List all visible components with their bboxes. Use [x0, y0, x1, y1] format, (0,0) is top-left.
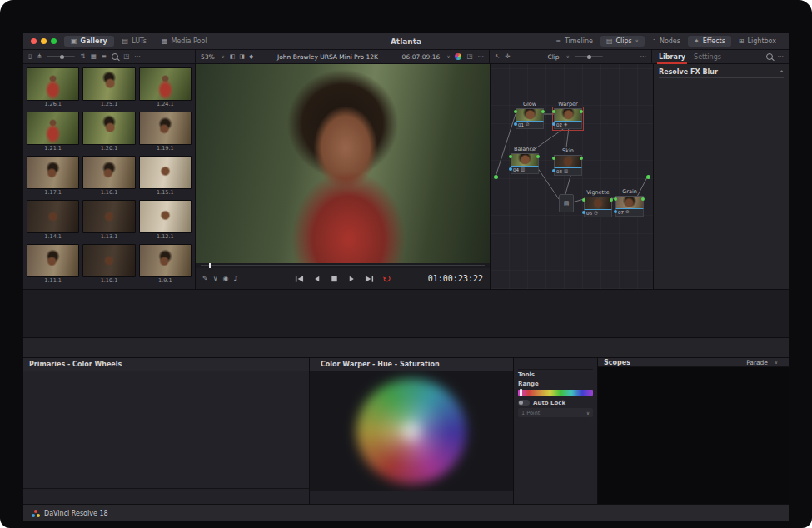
- tab-gallery[interactable]: ▣Gallery: [64, 36, 114, 47]
- node-key-dot[interactable]: [552, 122, 555, 126]
- thumb-size-slider[interactable]: [47, 56, 75, 57]
- node-io-dot[interactable]: [514, 110, 517, 113]
- gallery-still[interactable]: 1.13.1: [82, 200, 135, 241]
- zoom-window-button[interactable]: [51, 38, 57, 44]
- node-graph-panel[interactable]: Glow01⊘Warper02◈Balance04▥Skin03▥Vignett…: [491, 64, 654, 289]
- node-key-dot[interactable]: [552, 169, 555, 172]
- node-io-dot[interactable]: [610, 198, 613, 202]
- search-icon[interactable]: [112, 53, 118, 60]
- viewer-more-icon[interactable]: ⋯: [478, 53, 485, 60]
- stills-view-icon[interactable]: ▯: [28, 53, 32, 60]
- node-io-dot[interactable]: [536, 155, 540, 158]
- node-warper[interactable]: Warper02◈: [554, 101, 582, 129]
- node-glow[interactable]: Glow01⊘: [516, 101, 544, 129]
- album-tree-icon[interactable]: ⋔: [37, 53, 42, 60]
- gallery-still[interactable]: 1.10.1: [82, 244, 135, 285]
- node-skin[interactable]: Skin03▥: [554, 147, 582, 176]
- close-window-button[interactable]: [31, 38, 37, 44]
- node-vignette[interactable]: Vignette06◔: [584, 189, 612, 217]
- wipe-still-icon[interactable]: ◧: [230, 54, 236, 60]
- gallery-still[interactable]: 1.17.1: [27, 156, 79, 197]
- node-key-dot[interactable]: [582, 211, 585, 214]
- warper-mesh[interactable]: [345, 371, 478, 491]
- tab-library[interactable]: Library: [657, 52, 687, 62]
- lightbox-button[interactable]: ⊞Lightbox: [733, 36, 782, 47]
- node-key-dot[interactable]: [509, 167, 512, 171]
- node-zoom-slider[interactable]: [575, 56, 603, 57]
- play-button[interactable]: [347, 275, 356, 283]
- hand-tool-icon[interactable]: ✛: [505, 53, 510, 60]
- viewer-zoom-level[interactable]: 53%: [201, 53, 215, 61]
- viewer-source-timecode[interactable]: 06:07:09:16: [402, 53, 441, 61]
- node-tree-output-dot[interactable]: [646, 175, 650, 179]
- stop-button[interactable]: [330, 275, 339, 283]
- node-tree-input-dot[interactable]: [494, 175, 498, 179]
- tab-media-pool[interactable]: ▦Media Pool: [155, 36, 214, 47]
- highlight-icon[interactable]: ◆: [249, 54, 253, 60]
- node-io-dot[interactable]: [552, 110, 555, 113]
- list-view-icon[interactable]: ≡: [102, 53, 107, 60]
- audio-icon[interactable]: ♪: [234, 276, 238, 282]
- loop-button[interactable]: [382, 275, 391, 283]
- node-io-dot[interactable]: [552, 157, 555, 160]
- annotate-tool-icon[interactable]: ✎: [202, 276, 208, 282]
- skip-last-button[interactable]: [365, 275, 374, 283]
- gallery-still[interactable]: 1.26.1: [27, 67, 79, 108]
- grade-preview-icon[interactable]: [455, 53, 461, 60]
- gallery-still[interactable]: 1.25.1: [82, 67, 135, 108]
- grid-view-icon[interactable]: ▦: [91, 53, 97, 60]
- clips-button[interactable]: ▤Clips∨: [600, 36, 645, 47]
- split-screen-icon[interactable]: ◨: [239, 54, 245, 60]
- node-io-dot[interactable]: [582, 198, 585, 202]
- node-io-dot[interactable]: [614, 197, 617, 201]
- gallery-still[interactable]: 1.9.1: [139, 244, 192, 285]
- library-more-icon[interactable]: ⋯: [778, 53, 785, 60]
- search-icon[interactable]: [766, 53, 773, 60]
- nodes-more-icon[interactable]: ⋯: [640, 53, 647, 60]
- expand-icon[interactable]: ◳: [123, 53, 129, 60]
- point-count-dropdown[interactable]: 1 Point∨: [518, 408, 593, 417]
- node-grain[interactable]: Grain07⊛: [615, 188, 644, 217]
- node-key-dot[interactable]: [614, 210, 617, 213]
- node-balance[interactable]: Balance04▥: [511, 146, 539, 174]
- gallery-still[interactable]: 1.11.1: [27, 244, 79, 285]
- step-back-button[interactable]: [312, 275, 321, 283]
- node-io-dot[interactable]: [641, 197, 645, 201]
- viewer-source-name[interactable]: John Brawley URSA Mini Pro 12K: [258, 53, 396, 61]
- gallery-still[interactable]: 1.20.1: [82, 112, 135, 152]
- warper-canvas[interactable]: [310, 371, 513, 491]
- more-icon[interactable]: ⋯: [134, 53, 141, 60]
- hue-range-bar[interactable]: [518, 390, 593, 396]
- gallery-still[interactable]: 1.15.1: [139, 156, 192, 197]
- node-io-dot[interactable]: [541, 110, 545, 113]
- node-key-dot[interactable]: [514, 122, 517, 126]
- node-io-dot[interactable]: [580, 110, 583, 113]
- cursor-tool-icon[interactable]: ↖: [495, 53, 500, 60]
- grab-still-icon[interactable]: ◉: [223, 276, 229, 282]
- gallery-still[interactable]: 1.24.1: [139, 67, 192, 108]
- node-io-dot[interactable]: [509, 155, 512, 158]
- gallery-still[interactable]: 1.19.1: [139, 112, 192, 152]
- scope-mode-dropdown[interactable]: Parade: [746, 359, 768, 366]
- annotate-dropdown-icon[interactable]: ∨: [213, 276, 218, 282]
- tab-settings[interactable]: Settings: [692, 52, 723, 62]
- node-mode-selector[interactable]: Clip: [547, 53, 559, 61]
- expand-viewer-icon[interactable]: ◳: [466, 53, 472, 60]
- library-section-header[interactable]: Resolve FX Blur⌃: [659, 67, 784, 78]
- gallery-still[interactable]: 1.16.1: [82, 156, 135, 197]
- nodes-button[interactable]: ∴Nodes: [646, 36, 686, 47]
- gallery-still[interactable]: 1.14.1: [27, 200, 79, 241]
- node-io-dot[interactable]: [580, 157, 583, 160]
- tab-luts[interactable]: ▤LUTs: [116, 36, 153, 47]
- viewer-image[interactable]: [196, 64, 490, 263]
- node-layer-mixer[interactable]: ▤: [559, 194, 574, 212]
- gallery-still[interactable]: 1.12.1: [139, 200, 192, 241]
- auto-lock-toggle[interactable]: [518, 400, 530, 406]
- minimize-window-button[interactable]: [41, 38, 47, 44]
- skip-first-button[interactable]: [295, 275, 304, 283]
- timeline-button[interactable]: ≡Timeline: [550, 36, 599, 47]
- still-label: 1.24.1: [139, 101, 192, 108]
- effects-button[interactable]: ✦Effects: [688, 36, 731, 47]
- sort-icon[interactable]: ⇅: [80, 53, 85, 60]
- gallery-still[interactable]: 1.21.1: [27, 112, 79, 152]
